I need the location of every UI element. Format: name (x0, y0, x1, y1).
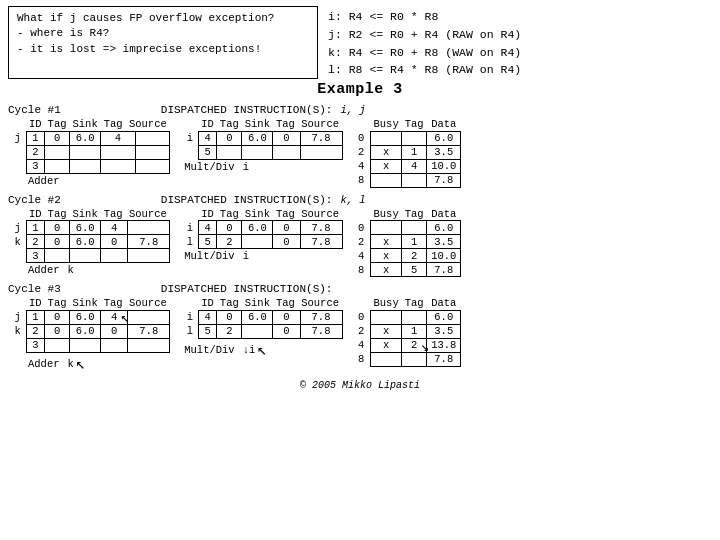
cycle3-left-station: ID Tag Sink Tag Source j 106.0 4 ↖ k 206… (8, 296, 170, 374)
rule-k: k: R4 <= R0 + R8 (WAW on R4) (328, 44, 521, 62)
cycle1-left-tagsrc-header: Tag Source (101, 117, 170, 131)
textbox-line1: What if j causes FP overflow exception? (17, 11, 309, 26)
exception-textbox: What if j causes FP overflow exception? … (8, 6, 318, 79)
cycle2-adder-label: Adder (28, 264, 60, 276)
cycle3-left-table: ID Tag Sink Tag Source j 106.0 4 ↖ k 206… (8, 296, 170, 353)
page: What if j causes FP overflow exception? … (0, 0, 720, 540)
cycle1-left-station: ID Tag Sink Tag Source j 106.04 2 (8, 117, 170, 187)
cycle2-dispatched: DISPATCHED INSTRUCTION(S): (161, 194, 333, 206)
cycle2-dispatched-note: k, l (340, 194, 365, 206)
copyright: © 2005 Mikko Lipasti (8, 380, 712, 391)
rule-l: l: R8 <= R4 * R8 (RAW on R4) (328, 61, 521, 79)
textbox-line2: - where is R4? (17, 26, 309, 41)
cycle3-row: ID Tag Sink Tag Source j 106.0 4 ↖ k 206… (8, 296, 712, 374)
cycle2-busy-table: Busy Tag Data 0 6.0 2 x13.5 4 x210.0 (353, 207, 462, 278)
top-section: What if j causes FP overflow exception? … (8, 6, 712, 79)
cycle3-dispatched: DISPATCHED INSTRUCTION(S): (161, 283, 333, 295)
cycle3-label: Cycle #3 (8, 283, 61, 295)
rules-list: i: R4 <= R0 * R8 j: R2 <= R0 + R4 (RAW o… (328, 6, 521, 79)
cycle2-adder: Adder k (8, 264, 170, 276)
rule-j: j: R2 <= R0 + R4 (RAW on R4) (328, 26, 521, 44)
example-title: Example 3 (8, 81, 712, 98)
cycle1-adder: Adder (8, 175, 170, 187)
cycle2-left-station: ID Tag Sink Tag Source j 106.04 k 206.00… (8, 207, 170, 277)
cycle3-busy-table: Busy Tag Data 0 6.0 2 x13.5 4 x (353, 296, 462, 367)
cycle1-busy-table: Busy Tag Data 0 6.0 2 x13.5 4 x410.0 (353, 117, 462, 188)
cycle2-adder-note: k (68, 264, 74, 276)
cycle1-right-table: ID Tag Sink Tag Source i 406.007.8 5 (180, 117, 342, 160)
cycle2-right-station: ID Tag Sink Tag Source i 406.007.8 l 520… (180, 207, 342, 263)
cycle1-left-table: ID Tag Sink Tag Source j 106.04 2 (8, 117, 170, 174)
textbox-line3: - it is lost => imprecise exceptions! (17, 42, 309, 57)
cycle3-multdiv-label: Mult/Div (184, 344, 234, 356)
cycle1-busy-station: Busy Tag Data 0 6.0 2 x13.5 4 x410.0 (353, 117, 462, 188)
cycle3-adder-note: k (68, 358, 74, 370)
cycle1-dispatched-note: i, j (340, 104, 365, 116)
cycle3-section: Cycle #3 DISPATCHED INSTRUCTION(S): ID T… (8, 283, 712, 374)
cycle2-label: Cycle #2 (8, 194, 61, 206)
cycle2-left-table: ID Tag Sink Tag Source j 106.04 k 206.00… (8, 207, 170, 264)
cycle1-label: Cycle #1 (8, 104, 61, 116)
cycle1-dispatched: DISPATCHED INSTRUCTION(S): (161, 104, 333, 116)
cycle1-row: ID Tag Sink Tag Source j 106.04 2 (8, 117, 712, 188)
cycle3-right-table: ID Tag Sink Tag Source i 406.007.8 l 520… (180, 296, 342, 339)
rule-i: i: R4 <= R0 * R8 (328, 8, 521, 26)
cycle3-adder-label: Adder (28, 358, 60, 370)
cycle1-right-station: ID Tag Sink Tag Source i 406.007.8 5 (180, 117, 342, 173)
cycle1-section: Cycle #1 DISPATCHED INSTRUCTION(S): i, j… (8, 104, 712, 188)
cycle2-multdiv-label: Mult/Div (184, 250, 234, 262)
cycle3-right-station: ID Tag Sink Tag Source i 406.007.8 l 520… (180, 296, 342, 360)
cycle2-section: Cycle #2 DISPATCHED INSTRUCTION(S): k, l… (8, 194, 712, 278)
cycle2-busy-station: Busy Tag Data 0 6.0 2 x13.5 4 x210.0 (353, 207, 462, 278)
cycle3-adder: Adder k ↖ (8, 354, 170, 374)
cycle3-busy-station: Busy Tag Data 0 6.0 2 x13.5 4 x (353, 296, 462, 367)
cycle2-right-table: ID Tag Sink Tag Source i 406.007.8 l 520… (180, 207, 342, 250)
cycle2-row: ID Tag Sink Tag Source j 106.04 k 206.00… (8, 207, 712, 278)
cycle1-multdiv-label: Mult/Div (184, 161, 234, 173)
cycle1-adder-label: Adder (28, 175, 60, 187)
